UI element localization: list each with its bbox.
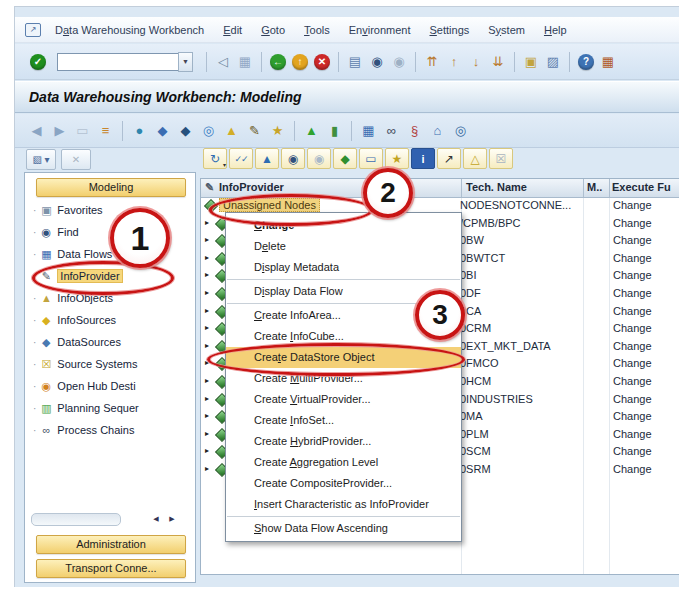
command-field-dropdown-icon[interactable]: ▼ (178, 52, 193, 72)
sidebar-item-process-chains[interactable]: ·∞Process Chains (27, 419, 195, 441)
infocube-icon[interactable]: ◆ (175, 121, 196, 141)
sidebar-item-favorites[interactable]: ·▣Favorites (27, 199, 195, 221)
enter-icon[interactable]: ✓ (30, 54, 46, 70)
find-icon[interactable]: ◉ (367, 52, 387, 72)
row-execute-function[interactable]: Change (613, 445, 652, 457)
row-execute-function[interactable]: Change (613, 252, 652, 264)
row-execute-function[interactable]: Change (613, 340, 652, 352)
refresh-tree-icon[interactable]: ↻▾ (203, 148, 227, 169)
modeling-section-button[interactable]: Modeling (36, 178, 186, 197)
row-execute-function[interactable]: Change (613, 463, 652, 475)
sidebar-item-open-hub-desti[interactable]: ·◉Open Hub Desti (27, 375, 195, 397)
expand-arrow-icon[interactable]: ▸ (205, 411, 209, 420)
menu-tools[interactable]: Tools (304, 24, 330, 36)
context-menu-item-create-compositeprovider-[interactable]: Create CompositeProvider... (226, 473, 461, 494)
search-cube-icon[interactable]: ◆ (152, 121, 173, 141)
print-icon[interactable]: ▤ (345, 52, 365, 72)
partial-section-button[interactable] (36, 582, 186, 583)
close-tree-icon[interactable]: ☒ (489, 148, 513, 169)
row-execute-function[interactable]: Change (613, 287, 652, 299)
sidebar-item-source-systems[interactable]: ·☒Source Systems (27, 353, 195, 375)
jump-icon[interactable]: ◆ (333, 148, 357, 169)
last-page-icon[interactable]: ⇊ (488, 52, 508, 72)
expand-arrow-icon[interactable]: ▸ (205, 218, 209, 227)
row-execute-function[interactable]: Change (613, 357, 652, 369)
menu-data-warehousing-workbench[interactable]: Data Warehousing Workbench (55, 24, 204, 36)
nav-forward-icon[interactable]: ▶ (49, 121, 70, 141)
column-header-execute-fu[interactable]: Execute Fu (612, 181, 671, 193)
menu-system[interactable]: System (488, 24, 525, 36)
row-execute-function[interactable]: Change (613, 428, 652, 440)
expand-arrow-icon[interactable]: ▸ (205, 394, 209, 403)
expand-arrow-icon[interactable]: ▸ (205, 235, 209, 244)
view-selector-icon[interactable]: ▧ ▾ (26, 149, 56, 170)
delta-tree-icon[interactable]: △ (463, 148, 487, 169)
sort-icon[interactable]: ▲ (255, 148, 279, 169)
row-execute-function[interactable]: Change (613, 217, 652, 229)
globe-icon[interactable]: ◎ (198, 121, 219, 141)
cancel-icon[interactable]: ✕ (314, 54, 330, 70)
nav-back-icon[interactable]: ◀ (26, 121, 47, 141)
focus-icon[interactable]: ▭ (72, 121, 93, 141)
next-page-icon[interactable]: ↓ (466, 52, 486, 72)
row-execute-function[interactable]: Change (613, 375, 652, 387)
expand-arrow-icon[interactable]: ▸ (205, 464, 209, 473)
column-header-infoprovider[interactable]: InfoProvider (219, 181, 284, 193)
help-icon[interactable]: ? (578, 54, 594, 70)
sidebar-scroll-right-icon[interactable]: ▶ (165, 512, 179, 526)
sphere-hat-icon[interactable]: ◎ (450, 121, 471, 141)
row-execute-function[interactable]: Change (613, 305, 652, 317)
confirm-icon[interactable]: ✓✓ (229, 148, 253, 169)
delta-icon[interactable]: ▲ (301, 121, 322, 141)
data-flow-display-icon[interactable]: ● (129, 121, 150, 141)
expand-arrow-icon[interactable]: ▸ (205, 270, 209, 279)
key-icon[interactable]: ★ (385, 148, 409, 169)
context-menu-item-insert-characteristic-as-infoprovider[interactable]: Insert Characteristic as InfoProvider (226, 494, 461, 515)
menu-help[interactable]: Help (544, 24, 567, 36)
infoobject-icon[interactable]: ▲ (221, 121, 242, 141)
customize-icon[interactable]: ▦ (598, 52, 618, 72)
back-icon[interactable]: ← (270, 54, 286, 70)
magnifier-icon[interactable]: ★ (267, 121, 288, 141)
system-menu-icon[interactable]: ↗ (25, 23, 41, 37)
find-next-icon[interactable]: ◉ (389, 52, 409, 72)
find-tree-icon[interactable]: ◉ (281, 148, 305, 169)
hierarchy-icon[interactable]: ≡ (95, 121, 116, 141)
context-menu-item-create-infoset-[interactable]: Create InfoSet... (226, 410, 461, 431)
screen-icon[interactable]: ▭ (359, 148, 383, 169)
menu-goto[interactable]: Goto (261, 24, 285, 36)
context-menu-item-create-hybridprovider-[interactable]: Create HybridProvider... (226, 431, 461, 452)
link-icon[interactable]: ∞ (381, 121, 402, 141)
shortcut-icon[interactable]: ▨ (543, 52, 563, 72)
row-execute-function[interactable]: Change (613, 322, 652, 334)
status-light-icon[interactable]: ▮ (324, 121, 345, 141)
context-menu-item-delete[interactable]: Delete (226, 236, 461, 257)
column-header-m-[interactable]: M.. (587, 181, 602, 193)
exit-icon[interactable]: ↑ (292, 54, 308, 70)
back-triangle-icon[interactable]: ◁ (213, 52, 233, 72)
administration-section-button[interactable]: Administration (36, 535, 186, 554)
context-menu-item-create-virtualprovider-[interactable]: Create VirtualProvider... (226, 389, 461, 410)
grid-icon[interactable]: ▦ (358, 121, 379, 141)
new-session-icon[interactable]: ▣ (521, 52, 541, 72)
sidebar-scroll-left-icon[interactable]: ◀ (149, 512, 163, 526)
menu-settings[interactable]: Settings (430, 24, 470, 36)
find-next-tree-icon[interactable]: ◉ (307, 148, 331, 169)
row-execute-function[interactable]: Change (613, 234, 652, 246)
row-execute-function[interactable]: Change (613, 199, 652, 211)
expand-arrow-icon[interactable]: ▸ (205, 376, 209, 385)
context-menu-item-create-aggregation-level[interactable]: Create Aggregation Level (226, 452, 461, 473)
expand-arrow-icon[interactable]: ▸ (205, 341, 209, 350)
row-execute-function[interactable]: Change (613, 410, 652, 422)
save-icon[interactable]: ▦ (235, 52, 255, 72)
previous-page-icon[interactable]: ↑ (444, 52, 464, 72)
expand-arrow-icon[interactable]: ▸ (205, 446, 209, 455)
context-menu-item-show-data-flow-ascending[interactable]: Show Data Flow Ascending (226, 518, 461, 539)
transfer-icon[interactable]: § (404, 121, 425, 141)
sidebar-item-planning-sequer[interactable]: ·▥Planning Sequer (27, 397, 195, 419)
close-panel-icon[interactable]: ✕ (61, 149, 91, 170)
row-execute-function[interactable]: Change (613, 269, 652, 281)
row-execute-function[interactable]: Change (613, 393, 652, 405)
command-field[interactable] (57, 53, 179, 71)
expand-arrow-icon[interactable]: ▸ (205, 429, 209, 438)
